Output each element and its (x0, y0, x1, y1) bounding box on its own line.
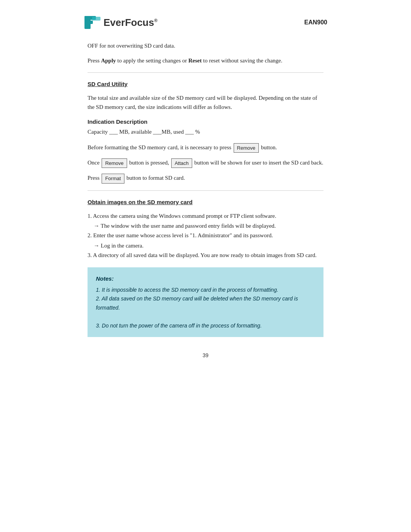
notes-item-3: 3. Do not turn the power of the camera o… (96, 321, 315, 330)
sd-utility-paragraph: The total size and available size of the… (88, 93, 323, 112)
page-footer: 39 (84, 352, 327, 358)
notes-item-1: 1. It is impossible to access the SD mem… (96, 286, 315, 294)
attach-button[interactable]: Attach (171, 158, 192, 168)
obtain-numbered-list: 1. Access the camera using the Windows c… (88, 211, 323, 260)
logo-text: EverFocus® (104, 17, 158, 29)
format-para1-text1: Before formatting the SD memory card, it… (88, 144, 233, 150)
list-item-3: 3. A directory of all saved data will be… (88, 251, 323, 260)
product-name: EAN900 (304, 19, 327, 26)
svg-rect-2 (84, 21, 93, 24)
remove-button-1[interactable]: Remove (234, 143, 259, 153)
notes-box: Notes: 1. It is impossible to access the… (88, 267, 323, 337)
page-number: 39 (202, 352, 209, 358)
indication-block: Indication Description Capacity ___ MB, … (88, 117, 323, 137)
format-para2-text3: button will be shown for user to insert … (193, 160, 323, 166)
apply-reset-paragraph: Press Apply to apply the setting changes… (88, 56, 323, 66)
press-format-text1: Press (88, 175, 101, 181)
press-format-paragraph: Press Format button to format SD card. (88, 173, 323, 183)
divider-1 (88, 72, 323, 73)
indication-capacity: Capacity ___ MB, available ___MB, used _… (88, 127, 323, 137)
reset-bold: Reset (188, 58, 202, 64)
once-remove-paragraph: Once Remove button is pressed, Attach bu… (88, 158, 323, 168)
sd-card-utility-heading: SD Card Utility (88, 80, 323, 89)
intro-paragraph: OFF for not overwriting SD card data. (88, 41, 323, 51)
apply-text-1: Press (88, 58, 101, 64)
obtain-images-heading: Obtain images on the SD memory card (88, 198, 323, 207)
notes-item-2: 2. All data saved on the SD memory card … (96, 294, 315, 312)
before-format-paragraph: Before formatting the SD memory card, it… (88, 143, 323, 153)
list-item-1: 1. Access the camera using the Windows c… (88, 211, 323, 221)
indication-title: Indication Description (88, 117, 323, 126)
list-item-2: 2. Enter the user name whose access leve… (88, 231, 323, 240)
press-format-text2: button to format SD card. (125, 175, 185, 181)
main-content: OFF for not overwriting SD card data. Pr… (84, 41, 327, 337)
svg-rect-3 (92, 17, 100, 21)
format-para1-text2: button. (260, 144, 277, 150)
header: EverFocus® EAN900 (84, 15, 327, 30)
notes-title: Notes: (96, 274, 315, 283)
apply-bold: Apply (101, 58, 116, 64)
format-para2-text2: button is pressed, (128, 160, 170, 166)
apply-text-3: to reset without saving the change. (202, 58, 282, 64)
logo-container: EverFocus® (84, 15, 158, 30)
format-button[interactable]: Format (102, 174, 124, 183)
page: EverFocus® EAN900 OFF for not overwritin… (61, 0, 350, 532)
arrow-item-2: → Log in the camera. (88, 241, 323, 251)
format-para2-text1: Once (88, 160, 101, 166)
apply-text-2: to apply the setting changes or (116, 58, 188, 64)
everfocus-logo-icon (84, 15, 102, 30)
remove-button-2[interactable]: Remove (102, 158, 127, 168)
divider-2 (88, 190, 323, 191)
arrow-item-1: → The window with the user name and pass… (88, 221, 323, 231)
